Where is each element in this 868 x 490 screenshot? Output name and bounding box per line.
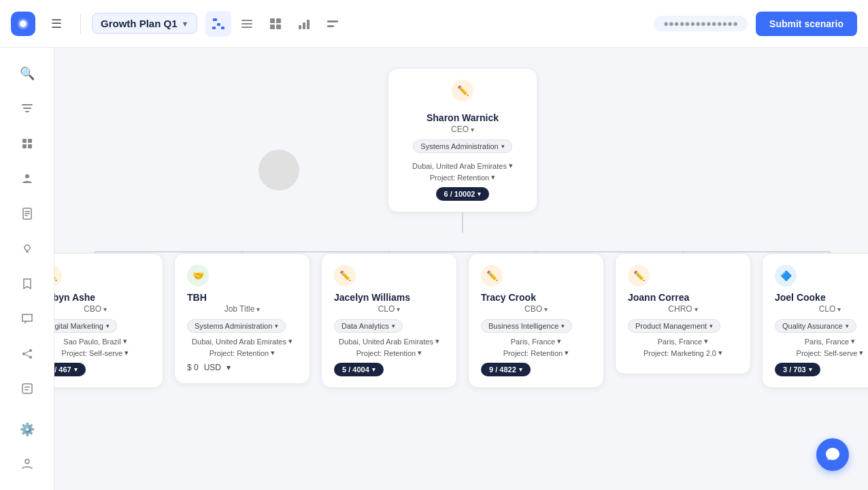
svg-rect-20	[25, 111, 29, 112]
root-project[interactable]: Project: Retention ▾	[401, 173, 524, 182]
root-location[interactable]: Dubai, United Arab Emirates ▾	[401, 161, 524, 170]
joel-dept-tag[interactable]: Quality Assurance ▾	[775, 319, 856, 333]
tracy-project[interactable]: Project: Retention ▾	[481, 348, 591, 357]
sidebar-item-tools[interactable]	[12, 129, 42, 159]
child-card-robyn[interactable]: ✏️ Robyn Ashe CBO ▾ Digital Marketing ▾	[54, 253, 163, 388]
svg-rect-6	[241, 20, 252, 21]
plan-name: Growth Plan Q1	[101, 18, 178, 29]
svg-rect-3	[217, 23, 220, 26]
joann-dept-tag[interactable]: Product Management ▾	[628, 319, 720, 333]
child-node-jacelyn: ✏️ Jacelyn Williams CLO ▾ Data Analytics…	[321, 253, 457, 388]
user-area[interactable]: ●●●●●●●●●●●●●●	[654, 16, 748, 31]
card-view-button[interactable]	[263, 11, 288, 37]
joann-location[interactable]: Paris, France ▾	[628, 337, 738, 346]
svg-point-33	[22, 353, 25, 355]
sidebar-item-settings[interactable]: ⚙️	[12, 414, 42, 444]
main-canvas: ✏️ Sharon Warnick CEO ▾ Systems Administ…	[54, 48, 868, 490]
child-card-joel[interactable]: 🔷 Joel Cooke CLO ▾ Quality Assurance ▾	[762, 253, 868, 388]
plan-selector[interactable]: Growth Plan Q1 ▼	[92, 13, 197, 34]
joann-role[interactable]: CHRO ▾	[628, 304, 738, 314]
root-role[interactable]: CEO ▾	[401, 125, 524, 134]
robyn-budget-badge[interactable]: 3 / 467 ▾	[54, 363, 86, 376]
root-department-tag[interactable]: Systems Administration ▾	[413, 140, 512, 153]
svg-rect-37	[22, 384, 32, 393]
svg-rect-21	[22, 139, 27, 143]
submit-scenario-button[interactable]: Submit scenario	[756, 12, 857, 36]
root-org-card[interactable]: ✏️ Sharon Warnick CEO ▾ Systems Administ…	[388, 68, 537, 212]
org-root-container: ✏️ Sharon Warnick CEO ▾ Systems Administ…	[54, 68, 868, 388]
jacelyn-location[interactable]: Dubai, United Arab Emirates ▾	[334, 337, 444, 346]
tbh-role[interactable]: Job Title ▾	[187, 304, 297, 314]
sidebar-item-people[interactable]	[12, 164, 42, 194]
jacelyn-role-chevron: ▾	[397, 306, 400, 313]
svg-rect-22	[28, 139, 32, 143]
sidebar-item-filter[interactable]	[12, 94, 42, 124]
sidebar-item-list[interactable]	[12, 374, 42, 404]
chart-view-button[interactable]	[291, 11, 317, 37]
child-card-tracy[interactable]: ✏️ Tracy Crook CBO ▾ Business Intelligen…	[468, 253, 604, 388]
tbh-role-chevron: ▾	[256, 306, 260, 313]
tbh-avatar: 🤝	[187, 265, 209, 287]
sidebar-item-bookmark[interactable]	[12, 269, 42, 299]
joann-project[interactable]: Project: Marketing 2.0 ▾	[628, 348, 738, 357]
hamburger-menu-button[interactable]: ☰	[44, 11, 69, 37]
robyn-name: Robyn Ashe	[54, 292, 150, 303]
robyn-dept-tag[interactable]: Digital Marketing ▾	[54, 319, 117, 333]
tracy-budget-badge[interactable]: 9 / 4822 ▾	[481, 363, 531, 376]
robyn-role[interactable]: CBO ▾	[54, 304, 150, 314]
jacelyn-project[interactable]: Project: Retention ▾	[334, 348, 444, 357]
budget-chevron-icon: ▾	[478, 191, 481, 197]
app-logo[interactable]	[11, 12, 35, 36]
joel-role[interactable]: CLO ▾	[775, 304, 868, 314]
nav-view-icons	[205, 11, 346, 37]
robyn-location[interactable]: Sao Paulo, Brazil ▾	[54, 337, 150, 346]
tbh-project[interactable]: Project: Retention ▾	[187, 348, 297, 357]
tbh-location[interactable]: Dubai, United Arab Emirates ▾	[187, 337, 297, 346]
jacelyn-budget-badge[interactable]: 5 / 4004 ▾	[334, 363, 384, 376]
tracy-dept-tag[interactable]: Business Intelligence ▾	[481, 319, 572, 333]
svg-rect-10	[276, 18, 281, 23]
joel-avatar: 🔷	[775, 265, 797, 287]
root-budget-badge[interactable]: 6 / 10002 ▾	[436, 187, 490, 201]
tracy-avatar: ✏️	[481, 265, 503, 287]
child-card-jacelyn[interactable]: ✏️ Jacelyn Williams CLO ▾ Data Analytics…	[321, 253, 457, 388]
list-view-button[interactable]	[234, 11, 260, 37]
svg-rect-16	[327, 20, 338, 22]
user-email: ●●●●●●●●●●●●●●	[663, 18, 738, 29]
svg-rect-4	[212, 27, 216, 29]
chat-button[interactable]	[816, 438, 849, 471]
svg-rect-13	[299, 25, 301, 29]
tracy-role[interactable]: CBO ▾	[481, 304, 591, 314]
org-chart-view-button[interactable]	[205, 11, 231, 37]
more-view-button[interactable]	[320, 11, 346, 37]
sidebar-item-share[interactable]	[12, 339, 42, 369]
sidebar-item-chat[interactable]	[12, 304, 42, 334]
sidebar-item-docs[interactable]	[12, 199, 42, 229]
svg-rect-27	[24, 211, 30, 212]
jacelyn-dept-tag[interactable]: Data Analytics ▾	[334, 319, 403, 333]
child-node-tracy: ✏️ Tracy Crook CBO ▾ Business Intelligen…	[468, 253, 604, 388]
jacelyn-name: Jacelyn Williams	[334, 292, 444, 303]
sidebar-item-search[interactable]: 🔍	[12, 59, 42, 88]
joel-project[interactable]: Project: Self-serve ▾	[775, 348, 868, 357]
role-chevron-icon: ▾	[471, 126, 474, 133]
joann-avatar: ✏️	[628, 265, 650, 287]
joel-role-chevron: ▾	[837, 306, 841, 313]
jacelyn-role[interactable]: CLO ▾	[334, 304, 444, 314]
robyn-budget-chevron: ▾	[74, 366, 78, 373]
org-children-row: ✏️ Robyn Ashe CBO ▾ Digital Marketing ▾	[54, 233, 868, 388]
robyn-project[interactable]: Project: Self-serve ▾	[54, 348, 150, 357]
child-card-joann[interactable]: ✏️ Joann Correa CHRO ▾ Product Managemen…	[615, 253, 751, 374]
child-card-tbh[interactable]: 🤝 TBH Job Title ▾ Systems Administration…	[174, 253, 310, 384]
svg-rect-28	[24, 213, 30, 214]
tbh-dept-tag[interactable]: Systems Administration ▾	[187, 319, 286, 333]
sidebar-item-profile[interactable]	[12, 450, 42, 480]
sidebar-item-bulb[interactable]	[12, 234, 42, 264]
svg-rect-31	[26, 251, 29, 252]
joel-location[interactable]: Paris, France ▾	[775, 337, 868, 346]
joel-loc-chevron: ▾	[851, 337, 855, 346]
joann-name: Joann Correa	[628, 292, 738, 303]
tracy-location[interactable]: Paris, France ▾	[481, 337, 591, 346]
svg-point-40	[25, 459, 29, 463]
joel-budget-badge[interactable]: 3 / 703 ▾	[775, 363, 820, 376]
